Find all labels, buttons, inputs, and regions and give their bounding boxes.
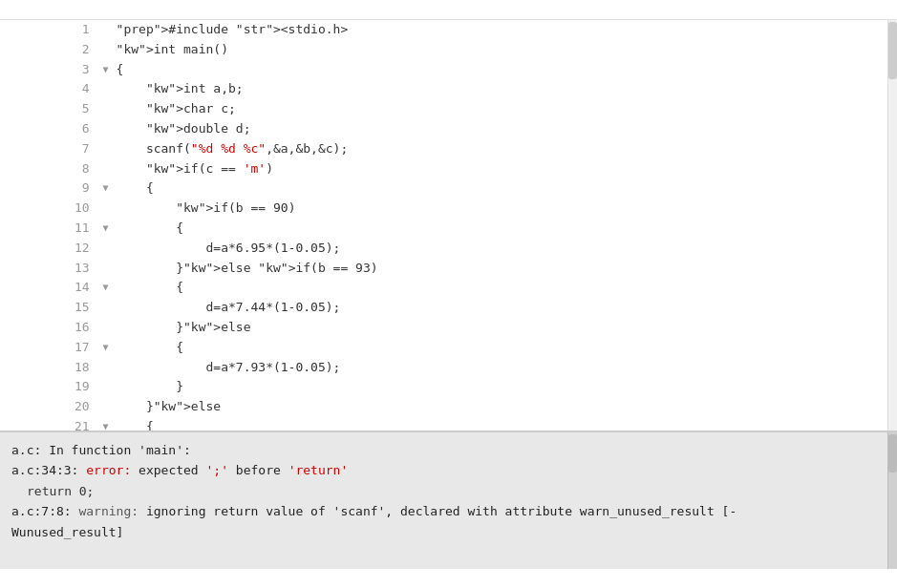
fold-marker (99, 99, 113, 119)
line-number: 14 (0, 278, 99, 298)
table-row: 4 "kw">int a,b; (0, 79, 887, 99)
fold-marker[interactable]: ▼ (99, 60, 113, 80)
output-line: return 0; (11, 481, 876, 501)
line-number: 2 (0, 40, 99, 60)
code-line-content: { (113, 60, 887, 80)
line-number: 8 (0, 159, 99, 179)
table-row: 2"kw">int main() (0, 40, 887, 60)
fold-marker[interactable]: ▼ (99, 219, 113, 239)
code-scroll[interactable]: 1"prep">#include "str"><stdio.h>2"kw">in… (0, 20, 887, 430)
line-number: 1 (0, 20, 99, 40)
fold-marker (99, 358, 113, 378)
line-number: 15 (0, 298, 99, 318)
table-row: 12 d=a*6.95*(1-0.05); (0, 239, 887, 259)
fold-marker (99, 119, 113, 139)
code-line-content: scanf("%d %d %c",&a,&b,&c); (113, 139, 887, 159)
output-scrollbar-thumb (888, 434, 897, 472)
line-number: 20 (0, 397, 99, 417)
code-table: 1"prep">#include "str"><stdio.h>2"kw">in… (0, 20, 887, 430)
code-line-content: }"kw">else "kw">if(b == 93) (113, 259, 887, 279)
code-line-content: "kw">if(b == 90) (113, 199, 887, 219)
table-row: 11▼ { (0, 219, 887, 239)
code-line-content: { (113, 278, 887, 298)
table-row: 7 scanf("%d %d %c",&a,&b,&c); (0, 139, 887, 159)
table-row: 16 }"kw">else (0, 318, 887, 338)
fold-marker (99, 259, 113, 279)
table-row: 21▼ { (0, 417, 887, 430)
code-line-content: { (113, 338, 887, 358)
line-number: 17 (0, 338, 99, 358)
code-line-content: { (113, 219, 887, 239)
code-scrollbar[interactable] (887, 20, 897, 430)
table-row: 3▼{ (0, 60, 887, 80)
line-number: 19 (0, 377, 99, 397)
table-row: 15 d=a*7.44*(1-0.05); (0, 298, 887, 318)
code-line-content: "prep">#include "str"><stdio.h> (113, 20, 887, 40)
main-layout: 1"prep">#include "str"><stdio.h>2"kw">in… (0, 20, 897, 569)
table-row: 10 "kw">if(b == 90) (0, 199, 887, 219)
code-line-content: d=a*6.95*(1-0.05); (113, 239, 887, 259)
top-bar (0, 0, 897, 20)
output-line: a.c:7:8: warning: ignoring return value … (11, 501, 876, 521)
fold-marker (99, 199, 113, 219)
fold-marker (99, 40, 113, 60)
fold-marker[interactable]: ▼ (99, 278, 113, 298)
fold-marker (99, 159, 113, 179)
line-number: 13 (0, 259, 99, 279)
code-line-content: }"kw">else (113, 397, 887, 417)
code-line-content: "kw">int a,b; (113, 79, 887, 99)
table-row: 20 }"kw">else (0, 397, 887, 417)
code-line-content: }"kw">else (113, 318, 887, 338)
fold-marker (99, 79, 113, 99)
output-scrollbar[interactable] (887, 432, 897, 569)
line-number: 12 (0, 239, 99, 259)
fold-marker (99, 397, 113, 417)
fold-marker (99, 239, 113, 259)
fold-marker[interactable]: ▼ (99, 338, 113, 358)
table-row: 19 } (0, 377, 887, 397)
code-tbody: 1"prep">#include "str"><stdio.h>2"kw">in… (0, 20, 887, 430)
table-row: 17▼ { (0, 338, 887, 358)
code-line-content: } (113, 377, 887, 397)
fold-marker (99, 298, 113, 318)
output-line: Wunused_result] (11, 522, 876, 542)
output-line: a.c: In function 'main': (11, 440, 876, 460)
output-area: a.c: In function 'main':a.c:34:3: error:… (0, 430, 897, 569)
line-number: 21 (0, 417, 99, 430)
fold-marker (99, 377, 113, 397)
output-line: a.c:34:3: error: expected ';' before 're… (11, 460, 876, 480)
code-area: 1"prep">#include "str"><stdio.h>2"kw">in… (0, 20, 897, 430)
table-row: 9▼ { (0, 178, 887, 199)
fold-marker[interactable]: ▼ (99, 178, 113, 199)
code-line-content: "kw">char c; (113, 99, 887, 119)
code-line-content: "kw">if(c == 'm') (113, 159, 887, 179)
table-row: 14▼ { (0, 278, 887, 298)
code-scrollbar-thumb (888, 22, 897, 79)
table-row: 1"prep">#include "str"><stdio.h> (0, 20, 887, 40)
fold-marker (99, 318, 113, 338)
line-number: 11 (0, 219, 99, 239)
code-line-content: { (113, 178, 887, 199)
fold-marker (99, 20, 113, 40)
table-row: 5 "kw">char c; (0, 99, 887, 119)
code-line-content: d=a*7.93*(1-0.05); (113, 358, 887, 378)
line-number: 3 (0, 60, 99, 80)
table-row: 18 d=a*7.93*(1-0.05); (0, 358, 887, 378)
line-number: 4 (0, 79, 99, 99)
line-number: 9 (0, 178, 99, 199)
line-number: 7 (0, 139, 99, 159)
fold-marker[interactable]: ▼ (99, 417, 113, 430)
line-number: 16 (0, 318, 99, 338)
code-line-content: "kw">double d; (113, 119, 887, 139)
line-number: 10 (0, 199, 99, 219)
code-line-content: "kw">int main() (113, 40, 887, 60)
fold-marker (99, 139, 113, 159)
code-line-content: { (113, 417, 887, 430)
line-number: 6 (0, 119, 99, 139)
line-number: 5 (0, 99, 99, 119)
table-row: 13 }"kw">else "kw">if(b == 93) (0, 259, 887, 279)
table-row: 6 "kw">double d; (0, 119, 887, 139)
code-line-content: d=a*7.44*(1-0.05); (113, 298, 887, 318)
output-scroll[interactable]: a.c: In function 'main':a.c:34:3: error:… (0, 432, 887, 569)
table-row: 8 "kw">if(c == 'm') (0, 159, 887, 179)
